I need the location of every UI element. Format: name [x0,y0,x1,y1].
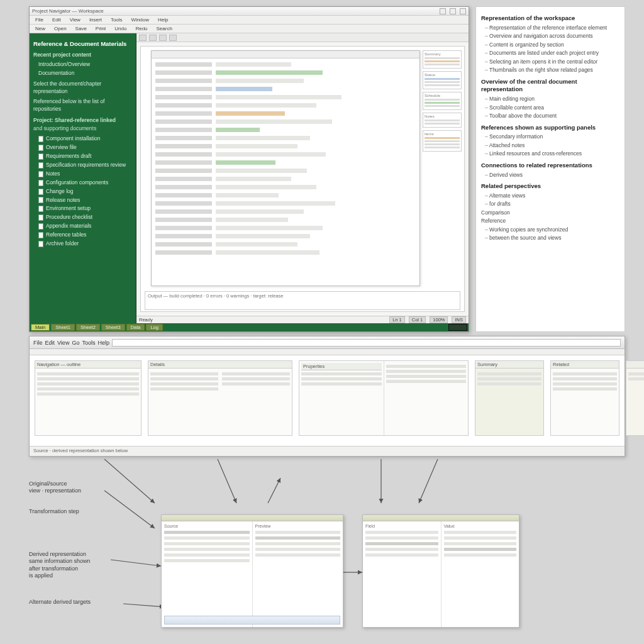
sidebar-doc-item[interactable]: Notes [36,170,131,179]
card-title: Summary [475,361,543,369]
tb-open[interactable]: Open [52,26,69,31]
sw-menu-help[interactable]: Help [97,340,109,346]
rp-text: Working copies are synchronized [485,226,619,233]
mini-window-header [363,515,519,521]
sidebar-doc-item[interactable]: Appendix materials [36,222,131,231]
tab-main[interactable]: Main [31,324,50,331]
sheet-tab-bar: Main Sheet1 Sheet2 Sheet3 Data Log [30,323,469,331]
menu-window[interactable]: Window [130,17,151,23]
tab-sheet3[interactable]: Sheet3 [101,324,125,331]
panel-card[interactable]: Properties [299,360,469,436]
card-title: Related [551,361,619,369]
sidebar-doc-item[interactable]: Procedure checklist [36,213,131,222]
address-bar[interactable] [112,339,621,347]
tb-save[interactable]: Save [74,26,89,31]
diagram-mini-window[interactable]: Field Value [362,514,519,628]
sidebar-doc-item[interactable]: Overview file [36,143,131,152]
status-ins: INS [452,316,466,323]
menu-tools[interactable]: Tools [109,17,125,23]
sw-menu-edit[interactable]: Edit [45,340,55,346]
editor-tool-icon[interactable] [159,35,167,41]
rp-text: Alternate views [485,192,619,199]
panel-card[interactable]: Details [148,360,292,436]
sidebar-doc-item[interactable]: Specification requirements review [36,161,131,170]
tab-sheet1[interactable]: Sheet1 [51,324,75,331]
panel-card[interactable] [626,360,644,436]
sw-menu-go[interactable]: Go [72,340,79,346]
mini-col-header: Field [365,524,438,528]
menu-insert[interactable]: Insert [87,17,104,23]
sw-menu-file[interactable]: File [33,340,43,346]
sidebar-doc-item[interactable]: Environment setup [36,204,131,213]
thumbnail[interactable]: Summary [423,50,462,69]
tb-new[interactable]: New [33,26,47,31]
tab-sheet2[interactable]: Sheet2 [76,324,100,331]
sidebar-link-intro[interactable]: Introduction/Overview [36,60,131,69]
sidebar-doc-item[interactable]: Configuration components [36,179,131,187]
tb-undo[interactable]: Undo [113,26,128,31]
close-icon[interactable] [460,8,466,14]
thumbnail[interactable]: Status [423,71,462,89]
rp-heading-3: References shown as supporting panels [481,124,619,132]
menu-view[interactable]: View [68,17,82,23]
document-icon [38,206,43,212]
tb-redo[interactable]: Redo [133,26,149,31]
tab-data[interactable]: Data [126,324,145,331]
rp-text: Overview and navigation across documents [485,33,619,40]
maximize-icon[interactable] [450,8,456,14]
document-icon [38,197,43,203]
thumbnail[interactable]: Notes [423,113,462,128]
tab-log[interactable]: Log [146,324,163,331]
secondary-ruler [30,349,625,355]
document-area[interactable]: Summary Status Schedule Notes Items Outp… [140,46,465,312]
rp-text: Representation of the reference interfac… [485,25,619,31]
sidebar-nav: Reference & Document Materials Recent pr… [30,33,136,323]
sw-menu-tools[interactable]: Tools [82,340,95,346]
thumbnail[interactable]: Schedule [423,92,462,110]
menu-bar: File Edit View Insert Tools Window Help [30,16,469,25]
svg-line-0 [104,459,155,503]
rp-text: Selecting an item opens it in the centra… [485,58,619,65]
mini-col-header: Source [164,524,250,528]
thumbnail[interactable]: Items [423,130,462,152]
diagram-callout: Derived representation same information … [29,551,91,579]
panel-card[interactable]: Navigation — outline [35,360,142,436]
editor-tool-icon[interactable] [169,35,177,41]
menu-edit[interactable]: Edit [50,17,63,23]
minimize-icon[interactable] [440,8,446,14]
sw-menu-view[interactable]: View [57,340,69,346]
document-icon [38,136,43,142]
tb-print[interactable]: Print [94,26,108,31]
sidebar-doc-item[interactable]: Requirements draft [36,152,131,161]
secondary-window: File Edit View Go Tools Help Navigation … [29,336,625,457]
rp-text: Content is organized by section [485,42,619,48]
document-icon [38,189,43,195]
toolbar: New Open Save Print Undo Redo Search [30,25,469,33]
output-console[interactable]: Output — build completed · 0 errors · 0 … [145,291,460,310]
sidebar-doc-item[interactable]: Archive folder [36,240,131,248]
titlebar: Project Navigator — Workspace [30,7,469,16]
tabbar-end-control[interactable] [448,324,467,331]
card-title: Navigation — outline [35,361,141,369]
tb-search[interactable]: Search [155,26,174,31]
panel-card[interactable]: Related [550,360,619,436]
sidebar-link-docs[interactable]: Documentation [36,69,131,78]
sidebar-doc-item[interactable]: Release notes [36,196,131,205]
panel-card[interactable]: Summary [475,360,544,436]
document-icon [38,153,43,160]
status-ready: Ready [139,317,153,323]
sidebar-doc-item[interactable]: Change log [36,187,131,196]
embedded-window-body[interactable] [152,58,419,286]
menu-file[interactable]: File [33,17,45,23]
editor-tool-icon[interactable] [149,35,157,41]
app-title: Project Navigator — Workspace [32,8,104,14]
editor-tool-icon[interactable] [139,35,147,41]
diagram-mini-window[interactable]: Source Preview [161,514,343,628]
sidebar-doc-item[interactable]: Reference tables [36,231,131,240]
document-icon [38,223,43,230]
sidebar-doc-item[interactable]: Component installation [36,135,131,143]
menu-help[interactable]: Help [156,17,170,23]
sidebar-section-title: Project: Shared-reference linked [33,117,131,125]
mini-col-header: Value [444,524,517,528]
rp-text: Thumbnails on the right show related pag… [485,67,619,74]
